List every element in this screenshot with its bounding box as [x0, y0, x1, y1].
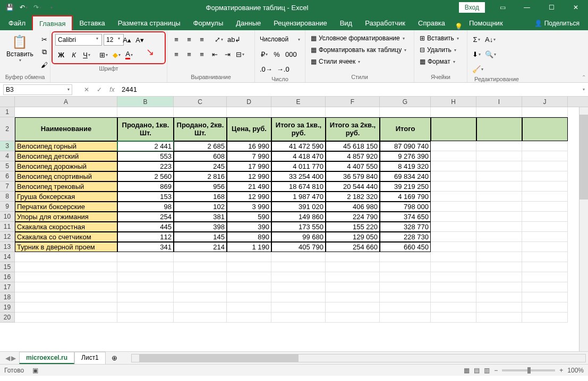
cell[interactable] — [476, 242, 522, 252]
align-left-icon[interactable]: ≡ — [171, 48, 182, 60]
cell[interactable]: 145 — [174, 232, 227, 242]
cell[interactable] — [174, 292, 227, 302]
cell[interactable]: 2 685 — [174, 141, 227, 151]
col-header-D[interactable]: D — [227, 97, 271, 107]
cell[interactable]: 223 — [117, 161, 174, 171]
cell[interactable] — [117, 313, 174, 323]
name-box[interactable] — [3, 84, 72, 95]
row-header[interactable]: 16 — [0, 272, 15, 282]
col-header-A[interactable]: A — [15, 97, 117, 107]
cell[interactable]: 155 220 — [326, 222, 380, 232]
cancel-formula-icon[interactable]: ✕ — [80, 83, 93, 96]
cell[interactable] — [522, 272, 568, 282]
cell[interactable] — [476, 212, 522, 222]
cell[interactable]: 20 544 440 — [326, 181, 380, 192]
merge-icon[interactable]: ⊟▾ — [234, 48, 246, 60]
row-header[interactable]: 7 — [0, 181, 15, 192]
cell[interactable] — [476, 107, 522, 117]
cell[interactable] — [476, 192, 522, 202]
tab-формулы[interactable]: Формулы — [187, 16, 230, 30]
row-header[interactable]: 5 — [0, 161, 15, 171]
row-header[interactable]: 14 — [0, 252, 15, 262]
increase-decimal-icon[interactable]: .0→ — [258, 63, 274, 75]
undo-icon[interactable]: ↶▾ — [17, 1, 30, 14]
horizontal-scrollbar[interactable] — [131, 354, 586, 362]
cell[interactable] — [227, 292, 271, 302]
cell[interactable]: 1 987 470 — [271, 192, 326, 202]
cell[interactable] — [431, 192, 476, 202]
cell[interactable]: Велосипед дорожный — [15, 161, 117, 171]
cell[interactable]: 112 — [117, 232, 174, 242]
col-header-F[interactable]: F — [326, 97, 380, 107]
row-header[interactable]: 10 — [0, 212, 15, 222]
cell[interactable] — [117, 282, 174, 292]
cell[interactable] — [271, 272, 326, 282]
fill-color-icon[interactable]: ◆▾ — [110, 49, 122, 60]
cell[interactable] — [174, 302, 227, 313]
cell[interactable]: 7 990 — [227, 151, 271, 161]
cell[interactable]: 4 169 790 — [380, 192, 431, 202]
col-header-E[interactable]: E — [271, 97, 326, 107]
cell[interactable]: 553 — [117, 151, 174, 161]
number-format-combo[interactable]: Числовой▾ — [258, 33, 302, 45]
cell[interactable] — [522, 242, 568, 252]
cell[interactable] — [271, 107, 326, 117]
cell[interactable] — [15, 262, 117, 272]
cell[interactable]: 2 560 — [117, 171, 174, 181]
cell[interactable]: 254 660 — [326, 242, 380, 252]
cell[interactable]: 41 472 590 — [271, 141, 326, 151]
orientation-icon[interactable]: ⤢▾ — [213, 33, 225, 45]
underline-button[interactable]: Ч▾ — [81, 49, 92, 60]
clear-icon[interactable]: 🧹▾ — [471, 63, 485, 75]
cell[interactable]: 381 — [174, 212, 227, 222]
cell[interactable] — [431, 171, 476, 181]
cell[interactable]: 36 579 840 — [326, 171, 380, 181]
tab-рецензирование[interactable]: Рецензирование — [267, 16, 333, 30]
cell[interactable] — [522, 161, 568, 171]
cell[interactable] — [326, 313, 380, 323]
cell[interactable] — [476, 202, 522, 212]
sort-filter-icon[interactable]: A↓▾ — [483, 33, 497, 45]
cell[interactable]: 660 450 — [380, 242, 431, 252]
vertical-scrollbar[interactable] — [579, 107, 588, 351]
tab-справка[interactable]: Справка — [412, 16, 451, 30]
tab-разработчик[interactable]: Разработчик — [359, 16, 412, 30]
cell[interactable] — [380, 292, 431, 302]
sheet-tab[interactable]: microexcel.ru — [19, 352, 74, 364]
cell[interactable] — [522, 232, 568, 242]
cell[interactable] — [476, 302, 522, 313]
cell[interactable] — [476, 151, 522, 161]
cell[interactable] — [117, 107, 174, 117]
cell[interactable]: 12 990 — [227, 171, 271, 181]
cell[interactable] — [271, 313, 326, 323]
percent-icon[interactable]: % — [271, 48, 283, 60]
cell[interactable] — [522, 192, 568, 202]
cell[interactable] — [326, 262, 380, 272]
comma-icon[interactable]: 000 — [284, 48, 299, 60]
row-header[interactable]: 19 — [0, 302, 15, 313]
fx-icon[interactable]: fx — [106, 83, 118, 96]
tab-главная[interactable]: Главная — [32, 15, 73, 31]
cell[interactable]: 2 816 — [174, 171, 227, 181]
row-header[interactable]: 17 — [0, 282, 15, 292]
ribbon-display-icon[interactable]: ▭ — [490, 0, 515, 15]
cell[interactable] — [326, 107, 380, 117]
cell[interactable]: 3 990 — [227, 202, 271, 212]
cell[interactable] — [431, 222, 476, 232]
cell[interactable]: 153 — [117, 192, 174, 202]
row-header[interactable]: 1 — [0, 107, 15, 117]
grid[interactable]: ABCDEFGHIJ 12НаименованиеПродано, 1кв. Ш… — [0, 97, 588, 351]
cell[interactable] — [522, 151, 568, 161]
cell[interactable] — [476, 141, 522, 151]
save-icon[interactable]: 💾 — [3, 1, 16, 14]
cell[interactable]: 149 860 — [271, 212, 326, 222]
col-header-C[interactable]: C — [174, 97, 227, 107]
cell[interactable] — [15, 292, 117, 302]
cell[interactable] — [522, 171, 568, 181]
wrap-text-icon[interactable]: ab↲ — [226, 33, 242, 45]
vscroll-thumb[interactable] — [580, 115, 588, 200]
page-layout-view-icon[interactable]: ▤ — [474, 367, 480, 374]
cell[interactable]: 890 — [227, 232, 271, 242]
cell[interactable]: 16 990 — [227, 141, 271, 151]
format-painter-icon[interactable]: 🖌 — [39, 59, 50, 71]
